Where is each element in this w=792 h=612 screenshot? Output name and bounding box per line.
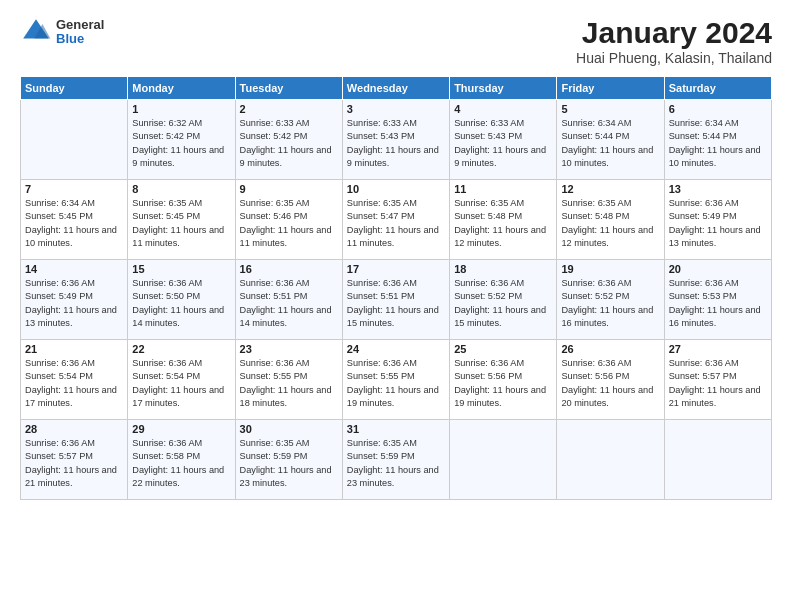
day-number: 16	[240, 263, 338, 275]
day-number: 23	[240, 343, 338, 355]
month-title: January 2024	[576, 16, 772, 50]
day-number: 21	[25, 343, 123, 355]
cell-w1d5: 4Sunrise: 6:33 AMSunset: 5:43 PMDaylight…	[450, 100, 557, 180]
day-number: 25	[454, 343, 552, 355]
title-block: January 2024 Huai Phueng, Kalasin, Thail…	[576, 16, 772, 66]
cell-w5d5	[450, 420, 557, 500]
day-detail: Sunrise: 6:33 AMSunset: 5:42 PMDaylight:…	[240, 117, 338, 170]
logo-icon	[20, 16, 52, 48]
day-detail: Sunrise: 6:36 AMSunset: 5:50 PMDaylight:…	[132, 277, 230, 330]
day-number: 15	[132, 263, 230, 275]
day-detail: Sunrise: 6:36 AMSunset: 5:53 PMDaylight:…	[669, 277, 767, 330]
day-number: 17	[347, 263, 445, 275]
day-detail: Sunrise: 6:35 AMSunset: 5:45 PMDaylight:…	[132, 197, 230, 250]
day-detail: Sunrise: 6:36 AMSunset: 5:52 PMDaylight:…	[561, 277, 659, 330]
logo-blue: Blue	[56, 32, 104, 46]
cell-w3d2: 15Sunrise: 6:36 AMSunset: 5:50 PMDayligh…	[128, 260, 235, 340]
day-number: 29	[132, 423, 230, 435]
cell-w4d7: 27Sunrise: 6:36 AMSunset: 5:57 PMDayligh…	[664, 340, 771, 420]
week-row-2: 7Sunrise: 6:34 AMSunset: 5:45 PMDaylight…	[21, 180, 772, 260]
day-number: 3	[347, 103, 445, 115]
cell-w2d1: 7Sunrise: 6:34 AMSunset: 5:45 PMDaylight…	[21, 180, 128, 260]
cell-w4d4: 24Sunrise: 6:36 AMSunset: 5:55 PMDayligh…	[342, 340, 449, 420]
cell-w1d6: 5Sunrise: 6:34 AMSunset: 5:44 PMDaylight…	[557, 100, 664, 180]
cell-w5d3: 30Sunrise: 6:35 AMSunset: 5:59 PMDayligh…	[235, 420, 342, 500]
calendar-header: Sunday Monday Tuesday Wednesday Thursday…	[21, 77, 772, 100]
cell-w2d7: 13Sunrise: 6:36 AMSunset: 5:49 PMDayligh…	[664, 180, 771, 260]
day-detail: Sunrise: 6:33 AMSunset: 5:43 PMDaylight:…	[454, 117, 552, 170]
cell-w2d2: 8Sunrise: 6:35 AMSunset: 5:45 PMDaylight…	[128, 180, 235, 260]
col-friday: Friday	[557, 77, 664, 100]
day-number: 4	[454, 103, 552, 115]
col-wednesday: Wednesday	[342, 77, 449, 100]
day-number: 7	[25, 183, 123, 195]
col-sunday: Sunday	[21, 77, 128, 100]
day-number: 8	[132, 183, 230, 195]
col-tuesday: Tuesday	[235, 77, 342, 100]
day-detail: Sunrise: 6:36 AMSunset: 5:54 PMDaylight:…	[25, 357, 123, 410]
cell-w5d4: 31Sunrise: 6:35 AMSunset: 5:59 PMDayligh…	[342, 420, 449, 500]
logo-text: General Blue	[56, 18, 104, 47]
cell-w3d4: 17Sunrise: 6:36 AMSunset: 5:51 PMDayligh…	[342, 260, 449, 340]
cell-w5d2: 29Sunrise: 6:36 AMSunset: 5:58 PMDayligh…	[128, 420, 235, 500]
day-number: 9	[240, 183, 338, 195]
day-detail: Sunrise: 6:34 AMSunset: 5:45 PMDaylight:…	[25, 197, 123, 250]
calendar-table: Sunday Monday Tuesday Wednesday Thursday…	[20, 76, 772, 500]
header-row: Sunday Monday Tuesday Wednesday Thursday…	[21, 77, 772, 100]
cell-w3d5: 18Sunrise: 6:36 AMSunset: 5:52 PMDayligh…	[450, 260, 557, 340]
cell-w3d6: 19Sunrise: 6:36 AMSunset: 5:52 PMDayligh…	[557, 260, 664, 340]
cell-w1d1	[21, 100, 128, 180]
cell-w2d3: 9Sunrise: 6:35 AMSunset: 5:46 PMDaylight…	[235, 180, 342, 260]
logo: General Blue	[20, 16, 104, 48]
day-detail: Sunrise: 6:35 AMSunset: 5:48 PMDaylight:…	[561, 197, 659, 250]
cell-w5d1: 28Sunrise: 6:36 AMSunset: 5:57 PMDayligh…	[21, 420, 128, 500]
day-number: 22	[132, 343, 230, 355]
day-detail: Sunrise: 6:36 AMSunset: 5:57 PMDaylight:…	[25, 437, 123, 490]
calendar-body: 1Sunrise: 6:32 AMSunset: 5:42 PMDaylight…	[21, 100, 772, 500]
cell-w3d3: 16Sunrise: 6:36 AMSunset: 5:51 PMDayligh…	[235, 260, 342, 340]
cell-w2d6: 12Sunrise: 6:35 AMSunset: 5:48 PMDayligh…	[557, 180, 664, 260]
day-detail: Sunrise: 6:36 AMSunset: 5:51 PMDaylight:…	[347, 277, 445, 330]
logo-general: General	[56, 18, 104, 32]
day-detail: Sunrise: 6:36 AMSunset: 5:49 PMDaylight:…	[669, 197, 767, 250]
day-detail: Sunrise: 6:35 AMSunset: 5:46 PMDaylight:…	[240, 197, 338, 250]
day-number: 6	[669, 103, 767, 115]
cell-w4d1: 21Sunrise: 6:36 AMSunset: 5:54 PMDayligh…	[21, 340, 128, 420]
day-detail: Sunrise: 6:36 AMSunset: 5:49 PMDaylight:…	[25, 277, 123, 330]
day-number: 1	[132, 103, 230, 115]
day-detail: Sunrise: 6:32 AMSunset: 5:42 PMDaylight:…	[132, 117, 230, 170]
day-detail: Sunrise: 6:35 AMSunset: 5:59 PMDaylight:…	[347, 437, 445, 490]
day-number: 24	[347, 343, 445, 355]
day-number: 18	[454, 263, 552, 275]
page: General Blue January 2024 Huai Phueng, K…	[0, 0, 792, 612]
day-detail: Sunrise: 6:36 AMSunset: 5:54 PMDaylight:…	[132, 357, 230, 410]
day-number: 14	[25, 263, 123, 275]
day-detail: Sunrise: 6:36 AMSunset: 5:51 PMDaylight:…	[240, 277, 338, 330]
cell-w4d2: 22Sunrise: 6:36 AMSunset: 5:54 PMDayligh…	[128, 340, 235, 420]
day-detail: Sunrise: 6:35 AMSunset: 5:59 PMDaylight:…	[240, 437, 338, 490]
day-number: 2	[240, 103, 338, 115]
day-detail: Sunrise: 6:35 AMSunset: 5:48 PMDaylight:…	[454, 197, 552, 250]
week-row-3: 14Sunrise: 6:36 AMSunset: 5:49 PMDayligh…	[21, 260, 772, 340]
day-number: 30	[240, 423, 338, 435]
day-number: 5	[561, 103, 659, 115]
day-number: 13	[669, 183, 767, 195]
day-number: 12	[561, 183, 659, 195]
day-detail: Sunrise: 6:36 AMSunset: 5:57 PMDaylight:…	[669, 357, 767, 410]
week-row-5: 28Sunrise: 6:36 AMSunset: 5:57 PMDayligh…	[21, 420, 772, 500]
week-row-4: 21Sunrise: 6:36 AMSunset: 5:54 PMDayligh…	[21, 340, 772, 420]
cell-w1d3: 2Sunrise: 6:33 AMSunset: 5:42 PMDaylight…	[235, 100, 342, 180]
day-detail: Sunrise: 6:36 AMSunset: 5:55 PMDaylight:…	[347, 357, 445, 410]
cell-w1d2: 1Sunrise: 6:32 AMSunset: 5:42 PMDaylight…	[128, 100, 235, 180]
col-monday: Monday	[128, 77, 235, 100]
day-number: 31	[347, 423, 445, 435]
cell-w1d7: 6Sunrise: 6:34 AMSunset: 5:44 PMDaylight…	[664, 100, 771, 180]
day-number: 20	[669, 263, 767, 275]
location: Huai Phueng, Kalasin, Thailand	[576, 50, 772, 66]
day-detail: Sunrise: 6:34 AMSunset: 5:44 PMDaylight:…	[561, 117, 659, 170]
day-number: 10	[347, 183, 445, 195]
cell-w4d6: 26Sunrise: 6:36 AMSunset: 5:56 PMDayligh…	[557, 340, 664, 420]
week-row-1: 1Sunrise: 6:32 AMSunset: 5:42 PMDaylight…	[21, 100, 772, 180]
day-number: 19	[561, 263, 659, 275]
cell-w4d5: 25Sunrise: 6:36 AMSunset: 5:56 PMDayligh…	[450, 340, 557, 420]
